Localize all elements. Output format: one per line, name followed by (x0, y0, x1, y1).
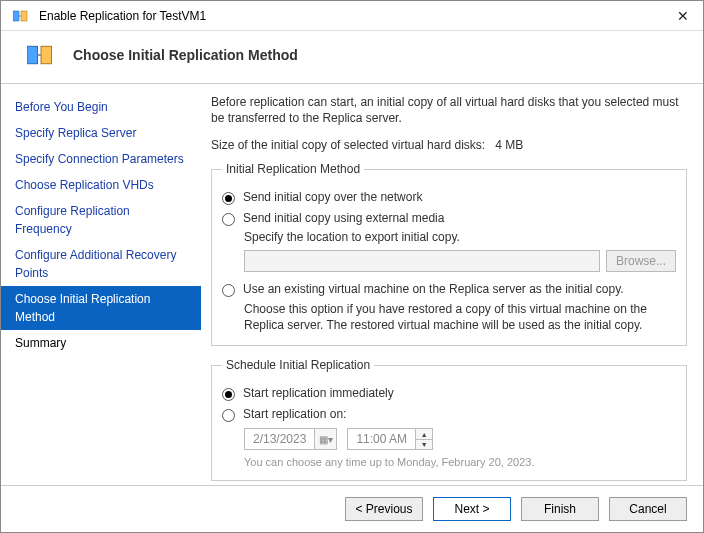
radio-network-label: Send initial copy over the network (243, 190, 422, 204)
time-value: 11:00 AM (348, 432, 415, 446)
step-configure-additional-recovery-points[interactable]: Configure Additional Recovery Points (1, 242, 201, 286)
existing-desc: Choose this option if you have restored … (244, 301, 676, 333)
close-button[interactable]: ✕ (671, 8, 695, 24)
schedule-group: Schedule Initial Replication Start repli… (211, 358, 687, 481)
svg-rect-2 (27, 46, 38, 64)
step-specify-connection-parameters[interactable]: Specify Connection Parameters (1, 146, 201, 172)
intro-text: Before replication can start, an initial… (211, 94, 687, 126)
schedule-legend: Schedule Initial Replication (222, 358, 374, 372)
calendar-icon[interactable]: ▦▾ (314, 429, 336, 449)
step-choose-initial-replication-method[interactable]: Choose Initial Replication Method (1, 286, 201, 330)
wizard-body: Before You Begin Specify Replica Server … (1, 83, 703, 486)
size-row: Size of the initial copy of selected vir… (211, 138, 687, 152)
previous-button[interactable]: < Previous (345, 497, 423, 521)
radio-existing-label: Use an existing virtual machine on the R… (243, 282, 624, 296)
time-spinner[interactable]: ▲ ▼ (415, 429, 432, 449)
window-title: Enable Replication for TestVM1 (33, 9, 671, 23)
initial-method-group: Initial Replication Method Send initial … (211, 162, 687, 346)
radio-network-row[interactable]: Send initial copy over the network (222, 190, 676, 205)
header-icon (27, 41, 55, 69)
radio-start-on-label: Start replication on: (243, 407, 346, 421)
svg-rect-0 (13, 11, 19, 21)
page-title: Choose Initial Replication Method (73, 47, 298, 63)
step-specify-replica-server[interactable]: Specify Replica Server (1, 120, 201, 146)
browse-button: Browse... (606, 250, 676, 272)
wizard-window: Enable Replication for TestVM1 ✕ Choose … (0, 0, 704, 533)
wizard-header: Choose Initial Replication Method (1, 31, 703, 83)
wizard-main: Before replication can start, an initial… (201, 84, 703, 485)
app-icon (9, 4, 33, 28)
wizard-footer: < Previous Next > Finish Cancel (1, 486, 703, 532)
radio-start-now-label: Start replication immediately (243, 386, 394, 400)
radio-network[interactable] (222, 192, 235, 205)
size-label: Size of the initial copy of selected vir… (211, 138, 485, 152)
radio-external-label: Send initial copy using external media (243, 211, 444, 225)
wizard-steps: Before You Begin Specify Replica Server … (1, 84, 201, 485)
step-summary[interactable]: Summary (1, 330, 201, 356)
schedule-hint: You can choose any time up to Monday, Fe… (244, 456, 676, 468)
date-value: 2/13/2023 (245, 432, 314, 446)
radio-start-now-row[interactable]: Start replication immediately (222, 386, 676, 401)
radio-start-on[interactable] (222, 409, 235, 422)
radio-start-now[interactable] (222, 388, 235, 401)
radio-existing-row[interactable]: Use an existing virtual machine on the R… (222, 282, 676, 297)
svg-rect-3 (41, 46, 52, 64)
external-sublabel: Specify the location to export initial c… (244, 230, 676, 244)
radio-external[interactable] (222, 213, 235, 226)
radio-existing[interactable] (222, 284, 235, 297)
date-picker[interactable]: 2/13/2023 ▦▾ (244, 428, 337, 450)
cancel-button[interactable]: Cancel (609, 497, 687, 521)
svg-rect-1 (21, 11, 27, 21)
spin-down-icon[interactable]: ▼ (416, 439, 432, 449)
next-button[interactable]: Next > (433, 497, 511, 521)
radio-external-row[interactable]: Send initial copy using external media (222, 211, 676, 226)
time-picker[interactable]: 11:00 AM ▲ ▼ (347, 428, 433, 450)
initial-method-legend: Initial Replication Method (222, 162, 364, 176)
radio-start-on-row[interactable]: Start replication on: (222, 407, 676, 422)
step-choose-replication-vhds[interactable]: Choose Replication VHDs (1, 172, 201, 198)
spin-up-icon[interactable]: ▲ (416, 429, 432, 439)
export-path-input (244, 250, 600, 272)
step-configure-replication-frequency[interactable]: Configure Replication Frequency (1, 198, 201, 242)
titlebar: Enable Replication for TestVM1 ✕ (1, 1, 703, 31)
size-value: 4 MB (495, 138, 523, 152)
step-before-you-begin[interactable]: Before You Begin (1, 94, 201, 120)
finish-button[interactable]: Finish (521, 497, 599, 521)
